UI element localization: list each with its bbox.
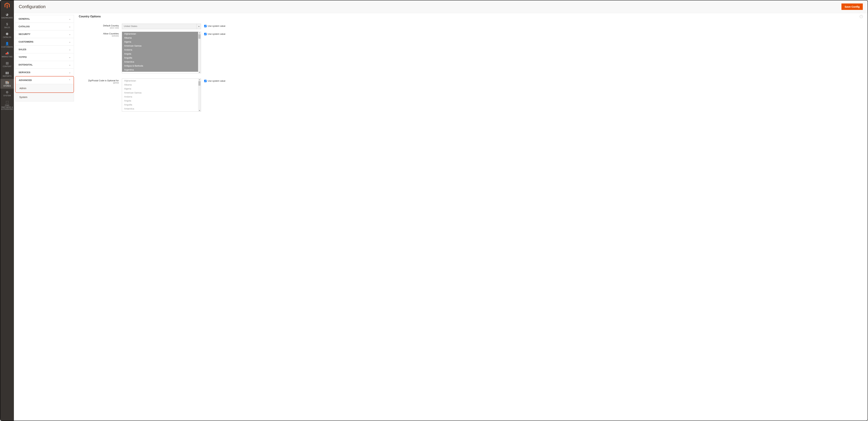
field-label: Allow Countries [website] xyxy=(79,32,119,37)
list-item[interactable]: Anguilla xyxy=(122,103,201,107)
config-subitem-system[interactable]: System xyxy=(15,93,74,102)
layout-icon: ▤ xyxy=(6,61,9,65)
allow-countries-multiselect[interactable]: Afghanistan Albania Algeria American Sam… xyxy=(122,32,201,73)
list-item[interactable]: Afghanistan xyxy=(122,79,201,83)
bar-chart-icon: ▮▮ xyxy=(5,71,9,75)
list-item[interactable]: Afghanistan xyxy=(122,32,201,36)
nav-stores[interactable]: 🏬 STORES xyxy=(0,79,14,89)
nav-label: REPORTS xyxy=(3,75,11,77)
list-item[interactable]: Albania xyxy=(122,36,201,40)
scroll-down-icon[interactable]: ▾ xyxy=(199,72,200,73)
nav-dashboard[interactable]: ◕ DASHBOARD xyxy=(0,11,14,21)
list-item[interactable]: American Samoa xyxy=(122,91,201,95)
list-item[interactable]: Albania xyxy=(122,83,201,87)
list-item[interactable]: Algeria xyxy=(122,87,201,91)
scrollbar-thumb[interactable] xyxy=(198,81,200,86)
config-group-dotdigital[interactable]: DOTDIGITAL⌄ xyxy=(15,61,74,68)
list-item[interactable]: Antigua & Barbuda xyxy=(122,64,201,68)
list-item[interactable]: Andorra xyxy=(122,95,201,99)
list-item[interactable]: Algeria xyxy=(122,40,201,44)
nav-label: STORES xyxy=(3,85,11,87)
nav-marketing[interactable]: 📣 MARKETING xyxy=(0,50,14,59)
field-allow-countries: Allow Countries [website] Afghanistan Al… xyxy=(79,32,863,73)
config-group-yotpo[interactable]: YOTPO⌄ xyxy=(15,53,74,61)
list-item[interactable]: Angola xyxy=(122,52,201,56)
subitem-label: Admin xyxy=(16,84,73,92)
collapse-icon[interactable]: ⌃ xyxy=(860,15,863,18)
config-group-customers[interactable]: CUSTOMERS⌄ xyxy=(15,38,74,46)
chevron-down-icon: ⌄ xyxy=(69,33,71,35)
nav-label: MARKETING xyxy=(2,56,12,58)
scrollbar-thumb[interactable] xyxy=(198,34,200,39)
dollar-icon: $ xyxy=(6,22,8,26)
nav-customers[interactable]: 👤 CUSTOMERS xyxy=(0,40,14,50)
config-subitem-admin[interactable]: Admin xyxy=(16,84,73,92)
list-item[interactable]: Anguilla xyxy=(122,56,201,60)
save-config-button[interactable]: Save Config xyxy=(841,3,863,10)
use-system-checkbox[interactable]: Use system value xyxy=(204,32,225,35)
magento-logo-icon xyxy=(4,3,10,8)
nav-sales[interactable]: $ SALES xyxy=(0,21,14,30)
list-item[interactable]: Angola xyxy=(122,99,201,103)
checkbox-input[interactable] xyxy=(204,25,207,27)
nav-label: FIND PARTNERS & EXTENSIONS xyxy=(1,105,13,110)
app-frame: ◕ DASHBOARD $ SALES ⬢ CATALOG 👤 CUSTOMER… xyxy=(0,0,868,421)
list-item[interactable]: Andorra xyxy=(122,48,201,52)
checkbox-label: Use system value xyxy=(208,80,225,82)
scroll-down-icon[interactable]: ▾ xyxy=(199,110,200,111)
default-country-select[interactable]: United States ▾ xyxy=(122,24,201,29)
megaphone-icon: 📣 xyxy=(5,52,9,55)
admin-sidebar: ◕ DASHBOARD $ SALES ⬢ CATALOG 👤 CUSTOMER… xyxy=(0,0,14,421)
nav-partners[interactable]: ⬚ FIND PARTNERS & EXTENSIONS xyxy=(0,99,14,112)
group-label: SECURITY xyxy=(19,33,30,35)
group-label: CUSTOMERS xyxy=(19,40,33,43)
scrollbar[interactable]: ▴ ▾ xyxy=(198,32,201,73)
checkbox-input[interactable] xyxy=(204,80,207,82)
group-label: ADVANCED xyxy=(19,79,32,82)
magento-logo[interactable] xyxy=(0,0,14,11)
nav-label: SYSTEM xyxy=(3,95,11,96)
multiselect-list: Afghanistan Albania Algeria American Sam… xyxy=(122,79,201,112)
checkbox-label: Use system value xyxy=(208,33,225,35)
gauge-icon: ◕ xyxy=(6,13,8,16)
form-area: Country Options ⌃ Default Country [store… xyxy=(74,13,868,421)
scrollbar[interactable]: ▴ ▾ xyxy=(198,79,201,111)
chevron-down-icon: ⌄ xyxy=(69,71,71,74)
checkbox-label: Use system value xyxy=(208,25,225,27)
use-system-checkbox[interactable]: Use system value xyxy=(204,24,225,27)
nav-content[interactable]: ▤ CONTENT xyxy=(0,59,14,69)
list-item[interactable]: American Samoa xyxy=(122,44,201,48)
nav-label: DASHBOARD xyxy=(1,17,13,19)
main-area: Configuration Save Config GENERAL⌄ CATAL… xyxy=(14,0,868,421)
field-control: Afghanistan Albania Algeria American Sam… xyxy=(122,32,201,73)
config-group-security[interactable]: SECURITY⌄ xyxy=(15,30,74,38)
scope-text: [store view] xyxy=(79,27,119,29)
list-item[interactable]: Argentina xyxy=(122,68,201,72)
scroll-up-icon[interactable]: ▴ xyxy=(199,79,200,80)
section-header[interactable]: Country Options ⌃ xyxy=(79,15,863,19)
field-control: United States ▾ xyxy=(122,24,201,29)
nav-catalog[interactable]: ⬢ CATALOG xyxy=(0,30,14,40)
chevron-down-icon: ⌄ xyxy=(69,18,71,20)
use-system-checkbox[interactable]: Use system value xyxy=(204,79,225,82)
nav-label: CATALOG xyxy=(3,36,11,38)
group-label: GENERAL xyxy=(19,18,30,20)
list-item[interactable]: Antarctica xyxy=(122,60,201,64)
zip-optional-multiselect[interactable]: Afghanistan Albania Algeria American Sam… xyxy=(122,79,201,112)
puzzle-icon: ⬚ xyxy=(6,100,9,104)
config-group-sales[interactable]: SALES⌄ xyxy=(15,46,74,53)
chevron-down-icon: ⌄ xyxy=(69,64,71,66)
nav-reports[interactable]: ▮▮ REPORTS xyxy=(0,69,14,79)
config-group-advanced[interactable]: ADVANCED⌃ xyxy=(16,77,73,84)
config-group-general[interactable]: GENERAL⌄ xyxy=(15,15,74,23)
checkbox-input[interactable] xyxy=(204,33,207,35)
subitem-label: System xyxy=(16,93,74,101)
list-item[interactable]: Antarctica xyxy=(122,107,201,111)
chevron-down-icon: ⌄ xyxy=(69,41,71,43)
select-value: United States xyxy=(122,24,197,29)
nav-system[interactable]: ⚙ SYSTEM xyxy=(0,89,14,99)
scroll-up-icon[interactable]: ▴ xyxy=(199,32,200,33)
config-group-catalog[interactable]: CATALOG⌄ xyxy=(15,23,74,30)
chevron-down-icon: ▾ xyxy=(197,24,201,29)
config-group-services[interactable]: SERVICES⌄ xyxy=(15,68,74,76)
